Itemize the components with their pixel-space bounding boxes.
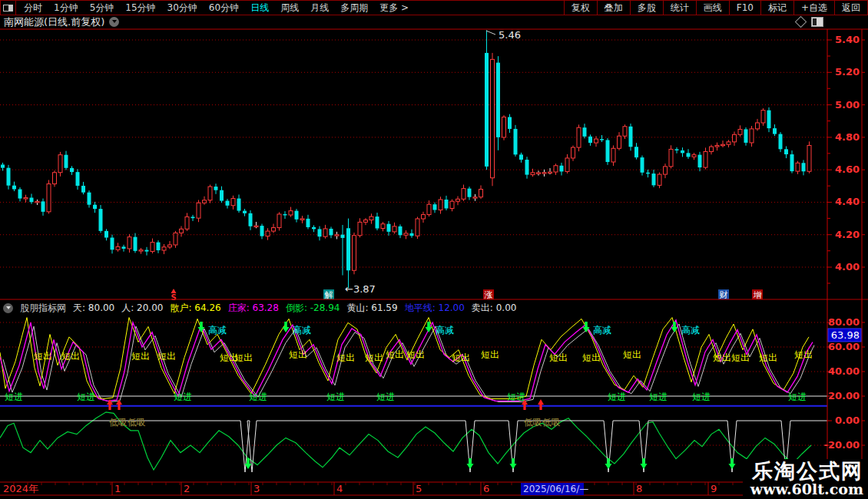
svg-text:0.00: 0.00 bbox=[835, 415, 860, 426]
svg-text:短进: 短进 bbox=[326, 392, 345, 402]
signal-arrows bbox=[107, 399, 790, 469]
svg-text:短出: 短出 bbox=[406, 349, 425, 360]
svg-text:财: 财 bbox=[720, 290, 728, 300]
current-value-badge: 63.98 bbox=[828, 329, 861, 342]
svg-text:5.40: 5.40 bbox=[835, 34, 860, 45]
svg-text:高减: 高减 bbox=[293, 325, 311, 335]
month-label-8: 8 bbox=[636, 483, 642, 494]
time-axis: 2024年123456892025/06/16/— bbox=[3, 482, 816, 495]
indicator-field-倒影: 倒影: -28.94 bbox=[286, 302, 340, 315]
indicator-header: 股朋指标网 天: 80.00人: 20.00散户: 64.26庄家: 63.28… bbox=[0, 301, 829, 315]
svg-text:短进: 短进 bbox=[788, 392, 807, 402]
indicator-field-黄山: 黄山: 61.59 bbox=[346, 302, 397, 315]
watermark-site-name: 乐淘公式网 bbox=[750, 461, 863, 482]
svg-text:-20.00: -20.00 bbox=[823, 439, 860, 451]
svg-text:4.40: 4.40 bbox=[835, 196, 860, 207]
svg-text:短出: 短出 bbox=[234, 352, 253, 363]
svg-text:解: 解 bbox=[325, 290, 333, 300]
high-price-label: 5.46 bbox=[499, 29, 521, 41]
svg-text:短出: 短出 bbox=[386, 349, 404, 360]
svg-text:短进: 短进 bbox=[507, 392, 525, 402]
svg-text:4.00: 4.00 bbox=[835, 261, 860, 273]
svg-text:63.98: 63.98 bbox=[831, 329, 860, 341]
price-axis: 5.405.205.004.804.604.404.204.0080.0060.… bbox=[823, 34, 865, 451]
svg-text:短出: 短出 bbox=[336, 352, 355, 363]
indicator-name: 股朋指标网 bbox=[20, 302, 66, 315]
year-label: 2024年 bbox=[3, 483, 38, 494]
svg-text:20.00: 20.00 bbox=[828, 390, 860, 402]
candles bbox=[1, 30, 811, 288]
svg-text:高减: 高减 bbox=[681, 325, 700, 335]
indicator-field-散户: 散户: 64.26 bbox=[170, 302, 220, 315]
watermark-site-url: www.60lt.com bbox=[750, 482, 863, 497]
svg-text:短出: 短出 bbox=[582, 352, 601, 363]
svg-text:低吸低吸: 低吸低吸 bbox=[524, 417, 561, 428]
svg-text:短出: 短出 bbox=[794, 349, 813, 360]
month-label-4: 4 bbox=[336, 483, 343, 494]
svg-text:短进: 短进 bbox=[249, 392, 267, 402]
svg-text:短出: 短出 bbox=[131, 351, 150, 362]
month-label-9: 9 bbox=[711, 483, 717, 494]
month-label-5: 5 bbox=[416, 483, 422, 494]
month-label-6: 6 bbox=[483, 483, 489, 494]
svg-text:短出: 短出 bbox=[623, 349, 641, 360]
svg-text:短出: 短出 bbox=[481, 349, 499, 360]
zero-dip-line bbox=[0, 421, 827, 472]
svg-text:短进: 短进 bbox=[608, 392, 626, 402]
current-date-label: 2025/06/16/— bbox=[523, 484, 588, 494]
svg-text:短进: 短进 bbox=[5, 392, 23, 402]
indicator-field-卖出: 卖出: 0.00 bbox=[472, 302, 517, 315]
svg-text:4.80: 4.80 bbox=[835, 131, 860, 143]
low-price-label: ←3.87 bbox=[345, 283, 376, 295]
month-label-2: 2 bbox=[184, 483, 190, 494]
svg-text:短出: 短出 bbox=[731, 352, 750, 363]
svg-text:短出: 短出 bbox=[759, 352, 777, 363]
svg-text:涨: 涨 bbox=[485, 290, 493, 300]
svg-text:40.00: 40.00 bbox=[828, 365, 860, 377]
watermark: 乐淘公式网 www.60lt.com bbox=[743, 459, 866, 499]
svg-text:高减: 高减 bbox=[208, 325, 227, 335]
svg-text:短出: 短出 bbox=[713, 352, 731, 363]
indicator-collapse-icon[interactable] bbox=[3, 303, 13, 313]
indicator-field-庄家: 庄家: 63.28 bbox=[228, 302, 279, 315]
svg-text:低吸低吸: 低吸低吸 bbox=[109, 417, 146, 428]
svg-text:增: 增 bbox=[754, 290, 762, 300]
svg-text:80.00: 80.00 bbox=[828, 316, 860, 328]
indicator-field-地平线: 地平线: 12.00 bbox=[405, 302, 465, 315]
svg-text:短出: 短出 bbox=[549, 352, 568, 363]
svg-text:高减: 高减 bbox=[593, 325, 611, 335]
svg-text:短进: 短进 bbox=[174, 392, 192, 402]
indicator-field-天: 天: 80.00 bbox=[73, 302, 114, 315]
svg-text:短出: 短出 bbox=[452, 352, 470, 363]
svg-text:60.00: 60.00 bbox=[828, 341, 860, 352]
svg-text:短出: 短出 bbox=[34, 351, 52, 362]
svg-text:短出: 短出 bbox=[365, 352, 383, 363]
svg-text:短出: 短出 bbox=[157, 351, 176, 362]
trading-app-window: 分时1分钟5分钟15分钟30分钟60分钟日线周线月线多周期更多 > 复权叠加多股… bbox=[0, 0, 868, 499]
svg-text:短进: 短进 bbox=[692, 392, 711, 402]
month-label-3: 3 bbox=[253, 483, 260, 494]
svg-text:高减: 高减 bbox=[436, 325, 454, 335]
svg-text:短出: 短出 bbox=[61, 351, 80, 362]
indicator-field-人: 人: 20.00 bbox=[121, 302, 163, 315]
svg-text:5.00: 5.00 bbox=[835, 99, 860, 111]
svg-text:5.20: 5.20 bbox=[835, 66, 860, 78]
svg-text:4.60: 4.60 bbox=[835, 164, 860, 175]
month-label-1: 1 bbox=[114, 483, 121, 494]
svg-text:短出: 短出 bbox=[289, 349, 307, 360]
svg-text:短进: 短进 bbox=[376, 392, 395, 402]
svg-text:短进: 短进 bbox=[77, 392, 95, 402]
svg-text:短进: 短进 bbox=[649, 392, 668, 402]
chart-canvas: 5.46←3.87S解涨财增短出短出短出短出短出短出短出短出短出短出短出短出短出… bbox=[0, 0, 868, 499]
svg-text:4.20: 4.20 bbox=[835, 229, 860, 240]
